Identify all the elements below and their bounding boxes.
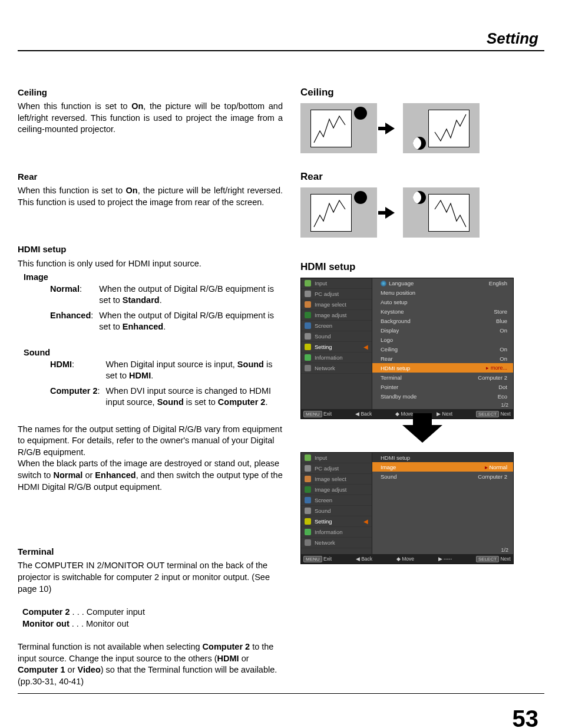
osd-setting-row[interactable]: HDMI setup▸ more...	[372, 363, 513, 373]
osd-setting-row[interactable]: PointerDot	[372, 382, 513, 391]
sound-subheading: Sound	[24, 347, 283, 359]
osd-nav-item[interactable]: Network	[301, 538, 372, 548]
setting-label: HDMI setup	[381, 365, 410, 371]
terminal-heading: Terminal	[18, 546, 283, 558]
text: .	[160, 295, 162, 305]
osd-nav-item[interactable]: Information	[301, 353, 372, 363]
setting-label: Terminal	[381, 374, 402, 381]
term: HDMI	[50, 360, 72, 369]
colon: :	[72, 360, 74, 369]
chart-icon	[428, 194, 470, 232]
rear-heading: Rear	[18, 171, 283, 183]
footer-exit: Exit	[323, 411, 332, 417]
osd-setting-row[interactable]: Standby modeEco	[372, 391, 513, 401]
dots: . . .	[70, 607, 87, 617]
setting-label: Language	[389, 280, 414, 286]
osd-nav-item[interactable]: Image select	[301, 299, 372, 310]
osd-nav-item[interactable]: Input	[301, 278, 372, 289]
term: Computer 2	[50, 386, 98, 396]
nav-label: Image select	[315, 301, 346, 308]
osd-setting-row[interactable]: BackgroundBlue	[372, 316, 513, 325]
footer-next: Next	[442, 411, 452, 417]
header-rule	[18, 50, 544, 51]
setting-value: Blue	[496, 318, 507, 324]
footer-select: Next	[500, 411, 510, 417]
nav-icon	[305, 497, 311, 503]
nav-label: Input	[315, 280, 327, 286]
osd-setting-row[interactable]: TerminalComputer 2	[372, 373, 513, 382]
image-subheading: Image	[24, 272, 283, 284]
osd-nav-item[interactable]: Screen	[301, 495, 372, 506]
arrow-right-icon	[385, 123, 395, 134]
footer-back: Back	[361, 411, 372, 417]
footer-move: Move	[402, 556, 414, 562]
footer-rule	[18, 693, 544, 694]
setting-label: Keystone	[381, 308, 404, 315]
select-key-icon: SELECT	[476, 411, 499, 417]
osd-setting-row[interactable]: DisplayOn	[372, 325, 513, 335]
def-row: Normal: When the output of Digital R/G/B…	[50, 284, 283, 310]
term: Normal	[50, 284, 80, 294]
text: .	[151, 371, 153, 380]
footer-select: Next	[500, 556, 510, 562]
text: When this function is set to	[18, 101, 131, 111]
osd-nav-item[interactable]: Network	[301, 363, 372, 374]
osd-setting-row[interactable]: SoundComputer 2	[372, 472, 513, 481]
osd-setting-row[interactable]: Logo	[372, 335, 513, 344]
osd-setting-row[interactable]: Auto setup	[372, 297, 513, 307]
osd-setting-row[interactable]: LanguageEnglish	[372, 278, 513, 288]
colon: :	[98, 386, 100, 396]
osd-nav-item[interactable]: Image select	[301, 474, 372, 485]
osd-nav-item[interactable]: PC adjust	[301, 289, 372, 299]
osd-setting-row[interactable]: KeystoneStore	[372, 307, 513, 316]
term: Monitor out	[22, 619, 70, 628]
osd-pager: 1/2	[372, 401, 513, 409]
text: .	[163, 322, 166, 331]
nav-icon	[305, 354, 311, 361]
def-text: When the output of Digital R/G/B equipme…	[99, 284, 283, 310]
moon-icon	[413, 191, 426, 204]
nav-icon	[305, 291, 311, 297]
ceiling-figure-heading: Ceiling	[300, 87, 544, 98]
osd-nav-item[interactable]: Sound	[301, 331, 372, 342]
osd-nav-item[interactable]: Input	[301, 453, 372, 463]
def-text: When Digital input source is input, Soun…	[106, 359, 283, 386]
osd-nav-item[interactable]: Image adjust	[301, 310, 372, 321]
osd-nav-item[interactable]: Screen	[301, 321, 372, 331]
osd-nav-item[interactable]: PC adjust	[301, 463, 372, 474]
osd-setting-row[interactable]: Menu position	[372, 288, 513, 297]
sun-icon	[354, 107, 367, 120]
osd-pager: 1/2	[372, 546, 513, 554]
setting-label: Logo	[381, 337, 393, 343]
osd-setting-row[interactable]: Image▸ Normal	[372, 462, 513, 472]
osd-nav-item[interactable]: Sound	[301, 506, 372, 516]
osd-nav-item[interactable]: Information	[301, 527, 372, 538]
rear-diagram	[300, 187, 544, 238]
osd-nav-item[interactable]: Setting◀	[301, 516, 372, 527]
left-column: Ceiling When this function is set to On,…	[18, 87, 283, 687]
nav-icon	[305, 539, 311, 546]
menu-key-icon: MENU	[303, 556, 322, 562]
flow-arrow-down-icon	[300, 425, 544, 443]
def-text: When DVI input source is changed to HDMI…	[106, 386, 283, 412]
diagram-after	[403, 187, 480, 238]
setting-value: English	[489, 280, 507, 286]
rear-paragraph: When this function is set to On, the pic…	[18, 185, 283, 208]
nav-icon	[305, 454, 311, 461]
footer-back: Back	[361, 556, 372, 562]
osd-nav-item[interactable]: Image adjust	[301, 485, 372, 495]
hdmi-note-b: When the black parts of the image are de…	[18, 458, 283, 493]
osd-nav-item[interactable]: Setting◀	[301, 342, 372, 353]
hdmi-note-a: The names for the output setting of Digi…	[18, 424, 283, 459]
setting-label: Ceiling	[381, 346, 398, 353]
bold: Computer 1	[18, 665, 65, 674]
osd-setting-row[interactable]: CeilingOn	[372, 344, 513, 354]
text: Terminal function is not available when …	[18, 642, 203, 651]
nav-icon	[305, 465, 311, 472]
right-column: Ceiling Rear	[300, 87, 544, 687]
hdmi-setup-heading: HDMI setup	[18, 243, 283, 255]
colon: :	[80, 284, 82, 294]
select-key-icon: SELECT	[476, 556, 499, 562]
osd-setting-row[interactable]: RearOn	[372, 354, 513, 363]
chart-icon	[310, 110, 352, 147]
